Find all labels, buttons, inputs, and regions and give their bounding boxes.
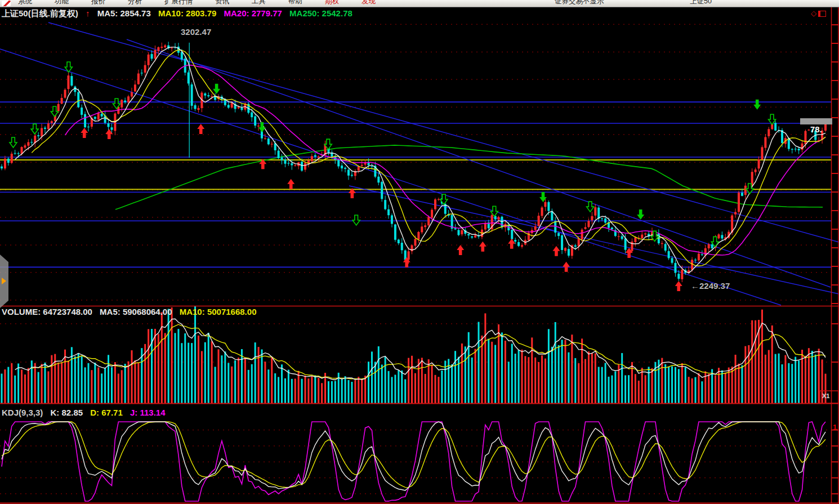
volume-ma5-value: MA5: 59068064.00 — [100, 307, 172, 316]
menu-item-0[interactable]: 系统 — [18, 0, 32, 7]
volume-ma10-value: MA10: 50071668.00 — [180, 307, 257, 316]
expand-arrow-icon — [2, 278, 6, 284]
restore-window-icon[interactable] — [818, 11, 826, 17]
diamond-icon[interactable]: ◇ — [811, 9, 816, 17]
high-price-label: 3202.47 — [181, 27, 211, 37]
chart-canvas[interactable] — [0, 0, 839, 504]
menu-item-3[interactable]: 分析 — [128, 0, 142, 7]
ma20-value: MA20: 2779.77 — [224, 8, 282, 18]
volume-axis-label: X1 — [822, 393, 829, 399]
kdj-k-value: K: 82.85 — [51, 408, 83, 417]
menu-item-2[interactable]: 报价 — [91, 0, 105, 7]
menu-item-7[interactable]: 帮助 — [288, 0, 302, 7]
broker-status-text: 证券交易不显示 — [555, 0, 604, 7]
main-chart-header: 上证50(日线.前复权) ↑ MA5: 2854.73 MA10: 2803.7… — [2, 8, 358, 19]
menu-item-4[interactable]: 扩展行情 — [164, 0, 193, 7]
menu-row: 系统功能报价分析扩展行情资讯工具帮助期权发现 — [0, 0, 839, 7]
app-logo-icon[interactable] — [2, 1, 11, 6]
ma5-value: MA5: 2854.73 — [97, 8, 151, 18]
menu-item-1[interactable]: 功能 — [55, 0, 69, 7]
low-price-label: ←2249.37 — [691, 281, 730, 291]
last-price-marker — [800, 118, 832, 124]
ma10-value: MA10: 2803.79 — [158, 8, 216, 18]
kdj-d-value: D: 67.71 — [90, 408, 123, 417]
ma250-value: MA250: 2542.78 — [289, 8, 352, 18]
volume-header: VOLUME: 64723748.00 MA5: 59068064.00 MA1… — [2, 307, 261, 316]
menu-hot-item-1[interactable]: 发现 — [362, 0, 376, 7]
menu-hot-item-0[interactable]: 期权 — [325, 0, 339, 7]
last-price-label: 78. — [810, 124, 822, 134]
menu-item-6[interactable]: 工具 — [252, 0, 266, 7]
kdj-header: KDJ(9,3,3) K: 82.85 D: 67.71 J: 113.14 — [2, 408, 171, 417]
current-symbol-text: 上证50 — [690, 0, 712, 7]
kdj-j-value: J: 113.14 — [130, 408, 166, 417]
corner-icons: ◇ — [811, 9, 826, 17]
trend-up-arrow-icon: ↑ — [86, 8, 90, 18]
kdj-axis-label: 1 — [833, 423, 837, 431]
kdj-name: KDJ(9,3,3) — [2, 408, 43, 417]
menu-item-5[interactable]: 资讯 — [215, 0, 229, 7]
menu-bar: 系统功能报价分析扩展行情资讯工具帮助期权发现 证券交易不显示 上证50 — [0, 0, 839, 7]
chart-title: 上证50(日线.前复权) — [2, 8, 78, 18]
sidebar-expand-handle[interactable] — [0, 255, 8, 308]
volume-value: VOLUME: 64723748.00 — [2, 307, 92, 316]
